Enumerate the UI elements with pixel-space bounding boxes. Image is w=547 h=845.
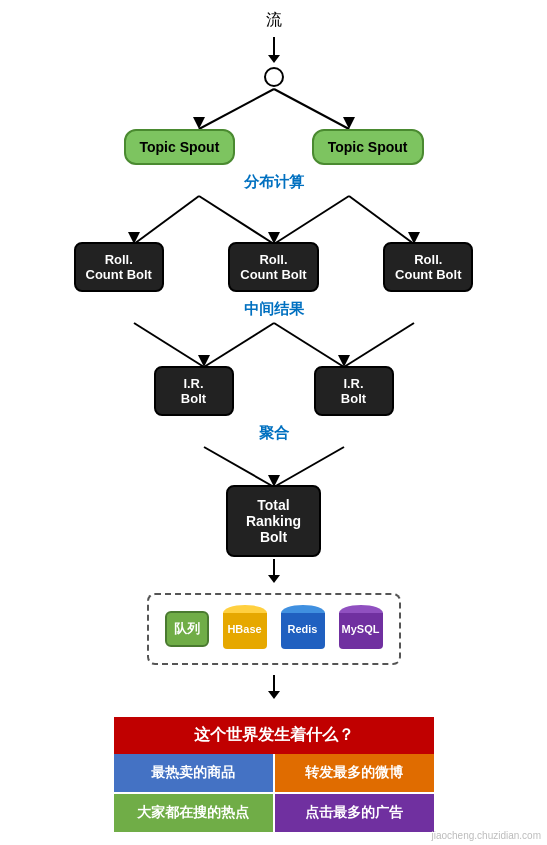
- hbase-cylinder: HBase: [223, 605, 267, 653]
- label-aggregate: 聚合: [259, 424, 289, 443]
- storage-hbase: HBase: [223, 605, 267, 653]
- svg-line-15: [344, 323, 414, 367]
- arrow-flow-to-circle: [268, 37, 280, 63]
- spout-right: Topic Spout: [312, 129, 424, 165]
- bolt-roll-count-2: Roll.Count Bolt: [228, 242, 318, 292]
- svg-line-1: [274, 89, 349, 129]
- bolt-ir-2: I.R.Bolt: [314, 366, 394, 416]
- redis-label: Redis: [288, 623, 318, 635]
- svg-line-9: [349, 196, 414, 244]
- svg-line-8: [274, 196, 349, 244]
- result-header: 这个世界发生着什么？: [114, 717, 434, 754]
- arrow-to-storage: [268, 559, 280, 583]
- queue-icon: 队列: [165, 611, 209, 647]
- result-cell-4: 点击最多的广告: [275, 794, 434, 832]
- redis-cylinder: Redis: [281, 605, 325, 653]
- result-cell-2: 转发最多的微博: [275, 754, 434, 792]
- diagram: 流 Topic Spout Topic Spout 分布计算: [0, 10, 547, 832]
- svg-line-17: [204, 447, 274, 487]
- bolt-total-ranking: TotalRankingBolt: [226, 485, 321, 557]
- watermark: jiaocheng.chuzidian.com: [431, 830, 541, 841]
- mysql-label: MySQL: [342, 623, 380, 635]
- circle-node: [264, 67, 284, 87]
- storage-queue: 队列: [165, 611, 209, 647]
- storage-redis: Redis: [281, 605, 325, 653]
- result-cells: 最热卖的商品 转发最多的微博 大家都在搜的热点 点击最多的广告: [114, 754, 434, 832]
- bolt-roll-count-1: Roll.Count Bolt: [74, 242, 164, 292]
- bolt-roll-count-3: Roll.Count Bolt: [383, 242, 473, 292]
- spout-row: Topic Spout Topic Spout: [124, 129, 424, 165]
- ir-bolt-row: I.R.Bolt I.R.Bolt: [64, 366, 484, 416]
- svg-line-11: [134, 323, 204, 367]
- svg-line-4: [134, 196, 199, 244]
- hbase-label: HBase: [227, 623, 261, 635]
- mysql-cylinder: MySQL: [339, 605, 383, 653]
- svg-line-18: [274, 447, 344, 487]
- roll-count-row: Roll.Count Bolt Roll.Count Bolt Roll.Cou…: [64, 242, 484, 292]
- flow-label: 流: [266, 10, 282, 31]
- arrow-to-result: [268, 675, 280, 699]
- queue-label: 队列: [174, 620, 200, 638]
- bolt-ir-1: I.R.Bolt: [154, 366, 234, 416]
- svg-line-13: [204, 323, 274, 367]
- svg-line-0: [199, 89, 274, 129]
- result-cell-3: 大家都在搜的热点: [114, 794, 273, 832]
- spout-left: Topic Spout: [124, 129, 236, 165]
- storage-mysql: MySQL: [339, 605, 383, 653]
- storage-box: 队列 HBase Redis MySQL: [147, 593, 401, 665]
- label-intermediate: 中间结果: [244, 300, 304, 319]
- svg-line-14: [274, 323, 344, 367]
- result-table: 这个世界发生着什么？ 最热卖的商品 转发最多的微博 大家都在搜的热点 点击最多的…: [114, 717, 434, 832]
- result-cell-1: 最热卖的商品: [114, 754, 273, 792]
- label-distributed: 分布计算: [244, 173, 304, 192]
- svg-line-6: [199, 196, 274, 244]
